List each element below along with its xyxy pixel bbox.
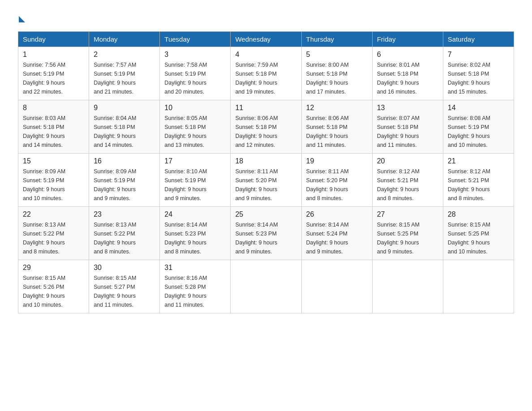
- calendar-cell: [301, 260, 372, 313]
- calendar-cell: [231, 260, 301, 313]
- page-header: [18, 13, 514, 22]
- day-number: 21: [448, 157, 509, 165]
- day-info: Sunrise: 8:11 AMSunset: 5:20 PMDaylight:…: [306, 167, 368, 203]
- calendar-cell: 14 Sunrise: 8:08 AMSunset: 5:19 PMDaylig…: [443, 100, 514, 154]
- day-number: 14: [448, 104, 509, 112]
- day-info: Sunrise: 8:04 AMSunset: 5:18 PMDaylight:…: [94, 114, 155, 150]
- calendar-cell: 25 Sunrise: 8:14 AMSunset: 5:23 PMDaylig…: [231, 207, 301, 260]
- calendar-week-1: 1 Sunrise: 7:56 AMSunset: 5:19 PMDayligh…: [18, 47, 514, 100]
- calendar-cell: 29 Sunrise: 8:15 AMSunset: 5:26 PMDaylig…: [18, 260, 89, 313]
- day-number: 6: [377, 51, 438, 59]
- calendar-cell: 2 Sunrise: 7:57 AMSunset: 5:19 PMDayligh…: [89, 47, 160, 100]
- calendar-week-5: 29 Sunrise: 8:15 AMSunset: 5:26 PMDaylig…: [18, 260, 514, 313]
- day-number: 19: [306, 157, 368, 165]
- day-number: 7: [448, 51, 509, 59]
- calendar-cell: [372, 260, 443, 313]
- calendar-week-4: 22 Sunrise: 8:13 AMSunset: 5:22 PMDaylig…: [18, 207, 514, 260]
- day-number: 26: [306, 210, 368, 218]
- day-number: 18: [235, 157, 296, 165]
- weekday-header-row: SundayMondayTuesdayWednesdayThursdayFrid…: [18, 32, 514, 47]
- day-number: 10: [164, 104, 226, 112]
- calendar-week-3: 15 Sunrise: 8:09 AMSunset: 5:19 PMDaylig…: [18, 154, 514, 207]
- day-number: 28: [448, 210, 509, 218]
- calendar-cell: 9 Sunrise: 8:04 AMSunset: 5:18 PMDayligh…: [89, 100, 160, 154]
- weekday-header-saturday: Saturday: [443, 32, 514, 47]
- calendar-cell: 28 Sunrise: 8:15 AMSunset: 5:25 PMDaylig…: [443, 207, 514, 260]
- day-info: Sunrise: 8:14 AMSunset: 5:23 PMDaylight:…: [164, 220, 226, 256]
- calendar-cell: 18 Sunrise: 8:11 AMSunset: 5:20 PMDaylig…: [231, 154, 301, 207]
- day-info: Sunrise: 8:09 AMSunset: 5:19 PMDaylight:…: [23, 167, 84, 203]
- day-info: Sunrise: 7:56 AMSunset: 5:19 PMDaylight:…: [23, 60, 84, 96]
- day-info: Sunrise: 7:58 AMSunset: 5:19 PMDaylight:…: [164, 60, 226, 96]
- weekday-header-sunday: Sunday: [18, 32, 89, 47]
- calendar-cell: 30 Sunrise: 8:15 AMSunset: 5:27 PMDaylig…: [89, 260, 160, 313]
- day-info: Sunrise: 8:15 AMSunset: 5:25 PMDaylight:…: [448, 220, 509, 256]
- day-number: 11: [235, 104, 296, 112]
- calendar-cell: 23 Sunrise: 8:13 AMSunset: 5:22 PMDaylig…: [89, 207, 160, 260]
- calendar-cell: 20 Sunrise: 8:12 AMSunset: 5:21 PMDaylig…: [372, 154, 443, 207]
- logo: [18, 13, 25, 22]
- weekday-header-thursday: Thursday: [301, 32, 372, 47]
- calendar-cell: 6 Sunrise: 8:01 AMSunset: 5:18 PMDayligh…: [372, 47, 443, 100]
- day-info: Sunrise: 8:06 AMSunset: 5:18 PMDaylight:…: [235, 114, 296, 150]
- day-number: 1: [23, 51, 84, 59]
- day-info: Sunrise: 8:14 AMSunset: 5:24 PMDaylight:…: [306, 220, 368, 256]
- day-number: 22: [23, 210, 84, 218]
- calendar-cell: 21 Sunrise: 8:12 AMSunset: 5:21 PMDaylig…: [443, 154, 514, 207]
- weekday-header-monday: Monday: [89, 32, 160, 47]
- calendar-cell: [443, 260, 514, 313]
- day-info: Sunrise: 8:15 AMSunset: 5:25 PMDaylight:…: [377, 220, 438, 256]
- day-number: 5: [306, 51, 368, 59]
- day-info: Sunrise: 7:59 AMSunset: 5:18 PMDaylight:…: [235, 60, 296, 96]
- day-number: 29: [23, 264, 84, 272]
- calendar-cell: 7 Sunrise: 8:02 AMSunset: 5:18 PMDayligh…: [443, 47, 514, 100]
- day-number: 12: [306, 104, 368, 112]
- calendar-cell: 15 Sunrise: 8:09 AMSunset: 5:19 PMDaylig…: [18, 154, 89, 207]
- day-number: 27: [377, 210, 438, 218]
- calendar-cell: 27 Sunrise: 8:15 AMSunset: 5:25 PMDaylig…: [372, 207, 443, 260]
- day-number: 8: [23, 104, 84, 112]
- day-info: Sunrise: 8:03 AMSunset: 5:18 PMDaylight:…: [23, 114, 84, 150]
- calendar-cell: 3 Sunrise: 7:58 AMSunset: 5:19 PMDayligh…: [160, 47, 231, 100]
- day-info: Sunrise: 8:12 AMSunset: 5:21 PMDaylight:…: [377, 167, 438, 203]
- day-info: Sunrise: 8:05 AMSunset: 5:18 PMDaylight:…: [164, 114, 226, 150]
- day-info: Sunrise: 8:13 AMSunset: 5:22 PMDaylight:…: [23, 220, 84, 256]
- calendar-cell: 1 Sunrise: 7:56 AMSunset: 5:19 PMDayligh…: [18, 47, 89, 100]
- calendar-cell: 22 Sunrise: 8:13 AMSunset: 5:22 PMDaylig…: [18, 207, 89, 260]
- day-number: 16: [94, 157, 155, 165]
- weekday-header-wednesday: Wednesday: [231, 32, 301, 47]
- day-info: Sunrise: 8:08 AMSunset: 5:19 PMDaylight:…: [448, 114, 509, 150]
- day-info: Sunrise: 8:10 AMSunset: 5:19 PMDaylight:…: [164, 167, 226, 203]
- calendar-cell: 26 Sunrise: 8:14 AMSunset: 5:24 PMDaylig…: [301, 207, 372, 260]
- day-number: 9: [94, 104, 155, 112]
- day-number: 17: [164, 157, 226, 165]
- day-number: 4: [235, 51, 296, 59]
- day-number: 13: [377, 104, 438, 112]
- calendar-cell: 5 Sunrise: 8:00 AMSunset: 5:18 PMDayligh…: [301, 47, 372, 100]
- day-number: 25: [235, 210, 296, 218]
- day-number: 30: [94, 264, 155, 272]
- day-number: 23: [94, 210, 155, 218]
- day-info: Sunrise: 8:01 AMSunset: 5:18 PMDaylight:…: [377, 60, 438, 96]
- day-number: 20: [377, 157, 438, 165]
- calendar-cell: 16 Sunrise: 8:09 AMSunset: 5:19 PMDaylig…: [89, 154, 160, 207]
- calendar-cell: 17 Sunrise: 8:10 AMSunset: 5:19 PMDaylig…: [160, 154, 231, 207]
- calendar-cell: 4 Sunrise: 7:59 AMSunset: 5:18 PMDayligh…: [231, 47, 301, 100]
- day-info: Sunrise: 8:00 AMSunset: 5:18 PMDaylight:…: [306, 60, 368, 96]
- day-info: Sunrise: 8:06 AMSunset: 5:18 PMDaylight:…: [306, 114, 368, 150]
- day-number: 31: [164, 264, 226, 272]
- day-info: Sunrise: 8:11 AMSunset: 5:20 PMDaylight:…: [235, 167, 296, 203]
- calendar-week-2: 8 Sunrise: 8:03 AMSunset: 5:18 PMDayligh…: [18, 100, 514, 154]
- calendar-cell: 31 Sunrise: 8:16 AMSunset: 5:28 PMDaylig…: [160, 260, 231, 313]
- day-info: Sunrise: 8:07 AMSunset: 5:18 PMDaylight:…: [377, 114, 438, 150]
- calendar-cell: 10 Sunrise: 8:05 AMSunset: 5:18 PMDaylig…: [160, 100, 231, 154]
- day-info: Sunrise: 7:57 AMSunset: 5:19 PMDaylight:…: [94, 60, 155, 96]
- day-info: Sunrise: 8:13 AMSunset: 5:22 PMDaylight:…: [94, 220, 155, 256]
- calendar-cell: 8 Sunrise: 8:03 AMSunset: 5:18 PMDayligh…: [18, 100, 89, 154]
- day-info: Sunrise: 8:16 AMSunset: 5:28 PMDaylight:…: [164, 274, 226, 309]
- day-info: Sunrise: 8:02 AMSunset: 5:18 PMDaylight:…: [448, 60, 509, 96]
- calendar-cell: 24 Sunrise: 8:14 AMSunset: 5:23 PMDaylig…: [160, 207, 231, 260]
- calendar-cell: 11 Sunrise: 8:06 AMSunset: 5:18 PMDaylig…: [231, 100, 301, 154]
- logo-triangle-icon: [19, 16, 25, 22]
- calendar-table: SundayMondayTuesdayWednesdayThursdayFrid…: [18, 31, 514, 313]
